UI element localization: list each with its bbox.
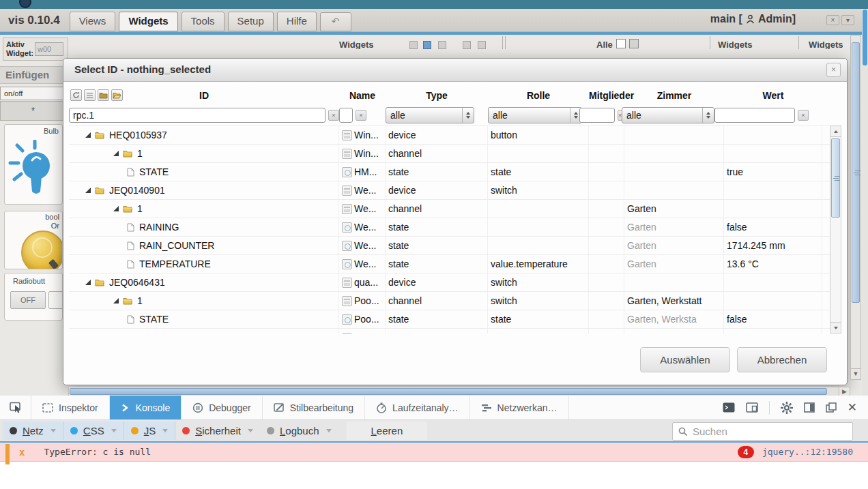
- devtools-tab-console[interactable]: Konsole: [110, 396, 182, 419]
- column-header-type[interactable]: Type: [386, 90, 488, 101]
- dock-sidebar-icon[interactable]: [804, 402, 815, 413]
- toolbar-mini-icon[interactable]: [409, 41, 418, 49]
- name-filter-input[interactable]: [339, 108, 353, 123]
- menu-tab-setup[interactable]: Setup: [228, 12, 274, 31]
- settings-gear-icon[interactable]: [781, 402, 793, 414]
- scrollbar-thumb[interactable]: [852, 42, 860, 303]
- tree-row[interactable]: JEQ0140901We...deviceswitch: [69, 181, 841, 200]
- filter-chip-sicherheit[interactable]: Sicherheit: [175, 421, 260, 440]
- widget-card-bulb[interactable]: Bulb: [4, 124, 63, 205]
- tree-node[interactable]: JEQ0646431: [69, 273, 339, 291]
- scrollbar-thumb[interactable]: [70, 388, 827, 395]
- widget-filter-all-tab[interactable]: *: [0, 101, 66, 121]
- tree-node[interactable]: STATE: [69, 163, 339, 181]
- window-caret-button[interactable]: ▾: [841, 15, 854, 25]
- tree-row[interactable]: RAININGWe...stateGartenfalse: [69, 218, 841, 237]
- alle-checkbox-2[interactable]: [629, 39, 639, 48]
- toolbar-mini-icon[interactable]: [423, 41, 431, 49]
- type-filter-select[interactable]: alle: [386, 107, 474, 123]
- expand-all-button[interactable]: [111, 89, 123, 101]
- tree-row[interactable]: STATEPoo...statestateGarten, Werkstafals…: [69, 310, 841, 329]
- menu-tab-hilfe[interactable]: Hilfe: [277, 12, 317, 31]
- menu-tab-tools[interactable]: Tools: [182, 12, 225, 31]
- insert-accordion-header[interactable]: Einfügen: [0, 66, 68, 84]
- scroll-up-button[interactable]: [830, 126, 841, 137]
- widget-filter-tab[interactable]: on/off: [0, 87, 68, 100]
- expander-icon[interactable]: [85, 280, 91, 285]
- responsive-mode-icon[interactable]: [746, 402, 758, 413]
- tree-scrollbar[interactable]: [830, 125, 841, 334]
- workspace-vertical-scrollbar[interactable]: ▼: [850, 35, 861, 380]
- tree-node[interactable]: RAINING: [69, 218, 339, 236]
- collapse-all-button[interactable]: [98, 89, 109, 101]
- widget-card-radiobuttons[interactable]: Radiobutt OFF: [4, 273, 63, 321]
- tree-node[interactable]: TEMPERATURE: [69, 255, 339, 273]
- column-header-name[interactable]: Name: [339, 90, 386, 101]
- tree-row[interactable]: RAIN_COUNTERWe...stateGarten1714.245 mm: [69, 237, 841, 255]
- devtools-tab-debugger[interactable]: Debugger: [182, 396, 263, 419]
- tree-row[interactable]: HEQ0105937Win...devicebutton: [69, 126, 841, 145]
- widget-card-bool-button[interactable]: bool Or: [4, 211, 63, 269]
- devtools-tab-network[interactable]: Netzwerkan…: [470, 396, 569, 419]
- mitglieder-filter-input[interactable]: [579, 108, 615, 123]
- rolle-filter-select[interactable]: alle: [488, 107, 582, 123]
- error-source-link[interactable]: jquery..:12:19580: [762, 447, 853, 457]
- console-search-input[interactable]: [693, 426, 847, 437]
- menu-tab-widgets[interactable]: Widgets: [119, 12, 177, 31]
- active-widget-input[interactable]: [35, 42, 63, 56]
- scroll-down-button[interactable]: ▼: [851, 368, 860, 379]
- expander-icon[interactable]: [85, 132, 91, 138]
- expander-icon[interactable]: [113, 298, 119, 303]
- tree-node[interactable]: 1: [69, 200, 339, 218]
- console-error-row[interactable]: x TypeError: c is null 4 jquery..:12:195…: [0, 443, 868, 462]
- tree-node[interactable]: STATE: [69, 310, 339, 328]
- element-picker-button[interactable]: [0, 396, 31, 419]
- on-button-clipped[interactable]: [48, 291, 63, 309]
- tree-node[interactable]: JEQ0140901: [69, 181, 339, 199]
- tree-node[interactable]: 1: [69, 145, 339, 162]
- list-view-button[interactable]: [84, 89, 96, 101]
- clear-wert-filter-button[interactable]: ×: [798, 110, 809, 121]
- expander-icon[interactable]: [113, 206, 119, 211]
- cancel-button[interactable]: Abbrechen: [737, 347, 827, 372]
- scroll-right-button[interactable]: ▶: [839, 387, 850, 396]
- scrollbar-thumb[interactable]: [863, 10, 867, 65]
- off-button[interactable]: OFF: [10, 291, 46, 309]
- clear-name-filter-button[interactable]: ×: [356, 110, 366, 121]
- tree-row[interactable]: 1Win...channel: [69, 145, 841, 163]
- zimmer-filter-select[interactable]: alle: [622, 107, 714, 123]
- toolbar-mini-icon[interactable]: [463, 41, 471, 49]
- refresh-button[interactable]: [70, 89, 82, 101]
- tree-node[interactable]: HEQ0105937: [69, 126, 339, 144]
- devtools-tab-style-editor[interactable]: Stilbearbeitung: [263, 396, 365, 419]
- clear-console-button[interactable]: Leeren: [347, 421, 428, 440]
- tree-row[interactable]: JEQ0646431qua...deviceswitch: [69, 273, 841, 292]
- tree-row[interactable]: TEMPERATUREWe...statevalue.temperatureGa…: [69, 255, 841, 273]
- devtools-tab-inspector[interactable]: Inspektor: [31, 396, 110, 419]
- filter-chip-css[interactable]: CSS: [63, 421, 124, 440]
- tree-node[interactable]: KEQ0012502: [69, 329, 339, 334]
- menu-tab-views[interactable]: Views: [70, 12, 116, 31]
- tree-node[interactable]: RAIN_COUNTER: [69, 237, 339, 254]
- undo-button[interactable]: ↶: [320, 12, 351, 31]
- alle-checkbox[interactable]: [616, 39, 626, 48]
- dialog-titlebar[interactable]: Select ID - nothing_selected ×: [63, 59, 847, 82]
- toolbar-mini-icon[interactable]: [438, 41, 446, 49]
- column-header-wert[interactable]: Wert: [724, 90, 822, 101]
- filter-chip-js[interactable]: JS: [124, 421, 176, 440]
- devtools-tab-performance[interactable]: Laufzeitanaly…: [365, 396, 470, 419]
- scroll-down-button[interactable]: [830, 322, 841, 333]
- column-header-mitglieder[interactable]: Mitglieder: [589, 90, 624, 101]
- tree-row[interactable]: STATEHM...statestatetrue: [69, 163, 841, 181]
- undock-window-icon[interactable]: [826, 402, 837, 413]
- expander-icon[interactable]: [85, 188, 91, 193]
- split-console-icon[interactable]: [723, 402, 735, 413]
- wert-filter-input[interactable]: [714, 108, 795, 123]
- filter-chip-netz[interactable]: Netz: [3, 421, 63, 440]
- workspace-horizontal-scrollbar[interactable]: ▶: [68, 387, 850, 396]
- select-button[interactable]: Auswählen: [640, 347, 730, 372]
- id-filter-input[interactable]: [69, 108, 326, 123]
- tree-node[interactable]: 1: [69, 292, 339, 310]
- tree-row[interactable]: KEQ0012502Hu...device: [69, 329, 841, 334]
- tree-row[interactable]: 1We...channelGarten: [69, 200, 841, 218]
